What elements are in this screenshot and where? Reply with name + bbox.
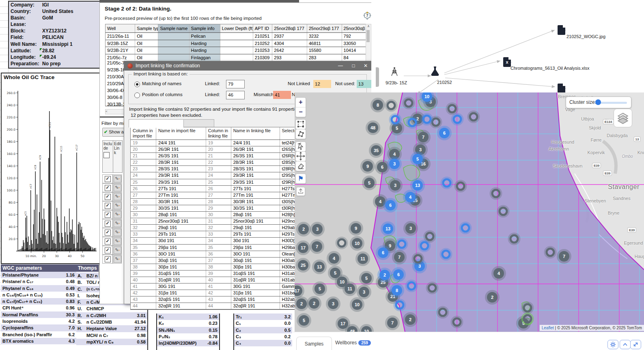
column-header[interactable]: Sample name bbox=[158, 24, 189, 32]
include-checkbox[interactable]: ✓ bbox=[105, 203, 111, 209]
draw-rectangle-tool[interactable] bbox=[295, 119, 306, 129]
tab-wellbores[interactable]: Wellbores259 bbox=[335, 339, 371, 346]
linking-column-header[interactable]: Name in linking file bbox=[231, 127, 280, 140]
sample-cluster-marker[interactable]: 5 bbox=[330, 268, 340, 278]
sample-cluster-marker[interactable]: 7 bbox=[418, 132, 429, 142]
tab-samples[interactable]: Samples3,365 bbox=[296, 337, 332, 350]
selected-wellbore-marker[interactable] bbox=[408, 118, 417, 127]
sample-cluster-marker[interactable]: 2 bbox=[487, 292, 498, 303]
preview-row[interactable]: 21/05c-7zOilFinlaggan21030929328384 bbox=[106, 54, 371, 62]
sample-cluster-marker[interactable]: 5 bbox=[299, 315, 309, 326]
wellbore-marker[interactable] bbox=[448, 104, 457, 114]
sample-cluster-marker[interactable]: 7 bbox=[387, 318, 398, 328]
sample-cluster-marker[interactable]: 2 bbox=[405, 314, 416, 325]
selected-cluster-marker[interactable]: 13 bbox=[383, 223, 393, 234]
wellbore-marker[interactable] bbox=[438, 308, 448, 317]
linking-column-header[interactable]: Name in import file bbox=[156, 127, 206, 140]
column-header[interactable]: Sample info bbox=[190, 24, 220, 32]
selected-cluster-marker[interactable]: 6 bbox=[385, 200, 396, 210]
wellbore-marker[interactable] bbox=[469, 112, 478, 122]
column-header[interactable]: APT ID bbox=[253, 24, 273, 32]
sample-cluster-marker[interactable]: 2 bbox=[298, 224, 309, 234]
jpg-file-icon[interactable] bbox=[558, 25, 565, 35]
sample-cluster-marker[interactable]: 9 bbox=[362, 161, 373, 172]
map-panel[interactable]: 8483596552373416341523931771094117251355… bbox=[295, 92, 644, 332]
include-checkbox[interactable]: ✓ bbox=[105, 238, 111, 245]
wellbore-marker[interactable] bbox=[456, 182, 465, 191]
sample-cluster-marker[interactable]: 3 bbox=[328, 298, 338, 309]
sample-cluster-marker[interactable]: 3 bbox=[312, 224, 323, 234]
wellbore-marker[interactable] bbox=[428, 283, 437, 293]
wellbore-marker[interactable] bbox=[452, 318, 462, 327]
xlsx-file-icon[interactable]: x bbox=[503, 57, 511, 67]
flag-tool[interactable]: ⚑ bbox=[295, 174, 306, 184]
sample-cluster-marker[interactable]: 48 bbox=[368, 122, 378, 133]
wellbore-marker[interactable] bbox=[546, 248, 555, 257]
include-checkbox[interactable]: ✓ bbox=[105, 256, 111, 262]
selected-cluster-marker[interactable]: 13 bbox=[412, 180, 423, 191]
linking-column-header[interactable]: Column in import file bbox=[131, 127, 156, 140]
selected-wellbore-marker[interactable] bbox=[397, 240, 407, 249]
wellbore-marker[interactable] bbox=[414, 254, 423, 264]
zoom-in-button[interactable]: + bbox=[296, 98, 306, 107]
collapse-panel-button[interactable] bbox=[620, 340, 631, 349]
sample-cluster-marker[interactable]: 3 bbox=[359, 287, 369, 297]
include-checkbox[interactable]: ✓ bbox=[105, 194, 111, 200]
sample-cluster-marker[interactable]: 2 bbox=[309, 298, 319, 309]
linked-input-1[interactable]: 79 bbox=[226, 80, 245, 88]
linked-input-2[interactable]: 46 bbox=[226, 91, 245, 99]
sample-cluster-marker[interactable]: 4 bbox=[389, 149, 400, 159]
sample-cluster-marker[interactable]: 11 bbox=[345, 283, 355, 294]
include-checkbox[interactable]: ✓ bbox=[105, 212, 111, 218]
selected-cluster-marker[interactable]: 5 bbox=[412, 154, 423, 164]
include-all-checkbox[interactable] bbox=[103, 152, 110, 158]
wellbore-marker[interactable] bbox=[404, 99, 414, 108]
wellbore-marker[interactable] bbox=[491, 189, 501, 198]
sample-cluster-marker[interactable]: 6 bbox=[377, 162, 388, 172]
sample-cluster-marker[interactable]: 7 bbox=[394, 252, 405, 262]
zoom-out-button[interactable]: − bbox=[296, 107, 306, 117]
sample-cluster-marker[interactable]: 7 bbox=[312, 241, 322, 252]
sample-cluster-marker[interactable]: 5 bbox=[361, 273, 372, 283]
sample-cluster-marker[interactable]: 17 bbox=[338, 318, 348, 329]
edit-link-column-header[interactable]: Edit Link bbox=[113, 140, 123, 173]
move-tool[interactable] bbox=[295, 151, 306, 161]
selected-wellbore-marker[interactable] bbox=[395, 301, 405, 310]
wellbore-marker[interactable] bbox=[499, 207, 508, 216]
sample-cluster-marker[interactable]: 35 bbox=[371, 145, 381, 156]
help-icon[interactable]: ? bbox=[363, 12, 372, 21]
map-settings-button[interactable] bbox=[607, 340, 618, 349]
sample-cluster-marker[interactable]: 25 bbox=[298, 260, 308, 271]
sample-cluster-marker[interactable]: 7 bbox=[559, 251, 569, 262]
wellbore-marker[interactable] bbox=[510, 234, 519, 244]
selected-cluster-marker[interactable]: 8 bbox=[392, 285, 402, 296]
edit-link-button[interactable]: ✎▪ bbox=[114, 220, 121, 227]
selected-wellbore-marker[interactable] bbox=[442, 178, 452, 188]
edit-link-button[interactable]: ✎▪ bbox=[114, 238, 121, 245]
sample-cluster-marker[interactable]: 5 bbox=[314, 283, 325, 294]
include-checkbox[interactable]: ✓ bbox=[105, 247, 111, 253]
edit-link-button[interactable]: ✎▪ bbox=[114, 175, 121, 183]
include-column-header[interactable]: I​n​c​l​u​d​e bbox=[102, 140, 114, 173]
selected-cluster-marker[interactable]: 6 bbox=[439, 128, 450, 138]
layers-control-button[interactable] bbox=[614, 109, 632, 127]
edit-link-button[interactable]: ✎▪ bbox=[114, 211, 121, 218]
edit-link-button[interactable]: ✎▪ bbox=[114, 184, 121, 191]
selected-wellbore-marker[interactable] bbox=[407, 281, 416, 291]
radio-position-of-columns[interactable] bbox=[134, 92, 140, 98]
wellbore-marker[interactable] bbox=[425, 232, 435, 241]
tab-unused-links[interactable] bbox=[183, 119, 214, 128]
wellbore-marker[interactable] bbox=[387, 101, 396, 110]
preview-row[interactable]: 9/23B-21YOilHarding21025326421558010414 bbox=[106, 47, 371, 54]
preview-row[interactable]: 9/23B-15ZOilHarding21025243044681133050 bbox=[106, 40, 371, 47]
selected-cluster-marker[interactable]: 6 bbox=[378, 247, 388, 258]
sample-cluster-marker[interactable]: 10 bbox=[352, 238, 362, 249]
edit-link-button[interactable]: ✎▪ bbox=[114, 193, 121, 200]
edit-link-button[interactable]: ✎▪ bbox=[114, 247, 121, 254]
selected-wellbore-marker[interactable] bbox=[442, 250, 451, 259]
minimize-button[interactable]: — bbox=[334, 61, 347, 71]
include-checkbox[interactable]: ✓ bbox=[105, 230, 111, 236]
wellbore-marker[interactable] bbox=[431, 118, 441, 127]
selected-cluster-marker[interactable]: 2 bbox=[379, 270, 390, 280]
include-checkbox[interactable]: ✓ bbox=[105, 176, 111, 182]
